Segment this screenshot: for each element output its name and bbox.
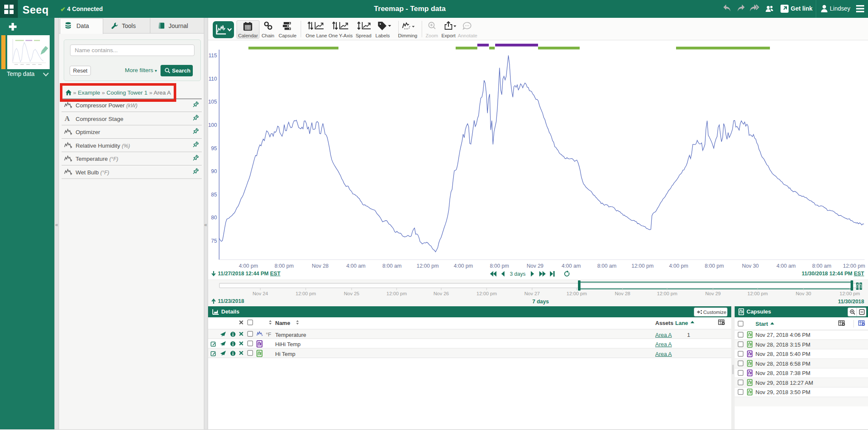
svg-text:Nov 28: Nov 28 [615,291,630,296]
svg-text:12:00 pm: 12:00 pm [840,291,860,296]
svg-text:Area A: Area A [655,341,672,347]
svg-text:Nov 26: Nov 26 [434,291,449,296]
svg-text:85: 85 [211,192,217,198]
svg-text:12:00 pm: 12:00 pm [657,291,677,296]
svg-text:8:00 pm: 8:00 pm [274,263,293,269]
svg-text:Nov 28, 2018 5:40 PM: Nov 28, 2018 5:40 PM [755,351,810,357]
svg-text:Nov 29: Nov 29 [705,291,721,296]
svg-text:4:00 pm: 4:00 pm [239,263,258,269]
svg-text:Nov 25: Nov 25 [344,291,359,296]
svg-text:Chain: Chain [262,33,274,38]
svg-text:95: 95 [211,146,217,151]
svg-text:Name: Name [275,320,290,326]
svg-text:Hi Temp: Hi Temp [275,351,295,357]
svg-text:°F: °F [266,332,271,338]
svg-text:Spread: Spread [355,33,371,38]
svg-text:8:00 pm: 8:00 pm [490,263,509,269]
svg-text:Nov 30: Nov 30 [796,291,811,296]
svg-text:Nov 28, 2018 7:38 PM: Nov 28, 2018 7:38 PM [755,370,810,376]
svg-text:8:00 pm: 8:00 pm [705,263,724,269]
svg-text:Labels: Labels [375,33,390,38]
svg-text:Optimizer: Optimizer [76,129,100,135]
svg-text:4:00 am: 4:00 am [346,263,365,269]
svg-text:Area A: Area A [655,351,672,357]
svg-text:Nov 28, 2018 3:15 PM: Nov 28, 2018 3:15 PM [755,341,810,348]
svg-text:4:00 am: 4:00 am [776,263,795,269]
svg-text:100: 100 [208,122,217,128]
svg-text:12:00 pm: 12:00 pm [417,263,439,269]
svg-text:8:00 am: 8:00 am [812,263,831,269]
svg-text:110: 110 [209,76,217,82]
svg-text:Nov 29, 2018 12:27 AM: Nov 29, 2018 12:27 AM [755,380,813,386]
svg-text:12:00 pm: 12:00 pm [843,263,865,269]
svg-text:Area A: Area A [655,332,672,338]
svg-text:Assets: Assets [655,320,674,326]
svg-text:8:00 am: 8:00 am [597,263,616,269]
svg-text:Temperature: Temperature [275,332,306,338]
svg-text:One Lane: One Lane [306,33,327,38]
svg-text:Capsule: Capsule [279,33,296,38]
svg-text:4:00 pm: 4:00 pm [454,263,473,269]
svg-text:Temperature (°F): Temperature (°F) [76,156,118,162]
svg-text:Nov 30: Nov 30 [742,263,759,269]
svg-text:Relative Humidity (%): Relative Humidity (%) [76,143,130,149]
svg-text:Nov 24: Nov 24 [253,291,268,296]
svg-text:4:00 pm: 4:00 pm [669,263,688,269]
svg-text:12:00 pm: 12:00 pm [296,291,316,296]
svg-text:4:00 am: 4:00 am [561,263,581,269]
svg-text:12:00 pm: 12:00 pm [747,291,768,296]
svg-text:12:00 pm: 12:00 pm [476,291,497,296]
svg-text:80: 80 [211,215,217,221]
svg-text:90: 90 [211,168,217,174]
svg-text:75: 75 [211,238,217,244]
svg-text:Lane: Lane [675,320,688,326]
svg-text:Wet Bulb (°F): Wet Bulb (°F) [76,169,109,176]
svg-text:Dimming: Dimming [398,33,417,38]
svg-text:Compressor Power (kW): Compressor Power (kW) [76,102,138,109]
svg-text:HiHi Temp: HiHi Temp [275,341,301,347]
svg-text:Nov 29, 2018 3:50 PM: Nov 29, 2018 3:50 PM [755,389,810,395]
svg-text:A: A [65,115,70,123]
svg-text:12:00 pm: 12:00 pm [386,291,407,296]
svg-text:Calendar: Calendar [238,33,258,38]
svg-text:Nov 27: Nov 27 [524,291,540,296]
svg-text:Annotate: Annotate [458,33,477,38]
svg-text:Nov 29: Nov 29 [527,263,544,269]
svg-text:Nov 28, 2018 6:58 PM: Nov 28, 2018 6:58 PM [755,361,810,367]
svg-text:Compressor Stage: Compressor Stage [76,116,124,122]
svg-text:Start: Start [755,321,768,327]
svg-text:Zoom: Zoom [426,33,438,38]
svg-text:105: 105 [208,99,217,105]
svg-text:Export: Export [441,33,456,38]
svg-text:12:00 pm: 12:00 pm [566,291,587,296]
svg-text:Nov 28: Nov 28 [312,263,329,269]
svg-text:115: 115 [209,53,217,59]
svg-text:One Y-Axis: One Y-Axis [329,33,353,38]
svg-text:3 days: 3 days [510,271,526,277]
svg-text:1: 1 [687,332,690,338]
svg-text:Nov 27, 2018 4:06 PM: Nov 27, 2018 4:06 PM [755,332,810,338]
svg-text:8:00 am: 8:00 am [382,263,401,269]
svg-text:12:00 pm: 12:00 pm [631,263,654,269]
